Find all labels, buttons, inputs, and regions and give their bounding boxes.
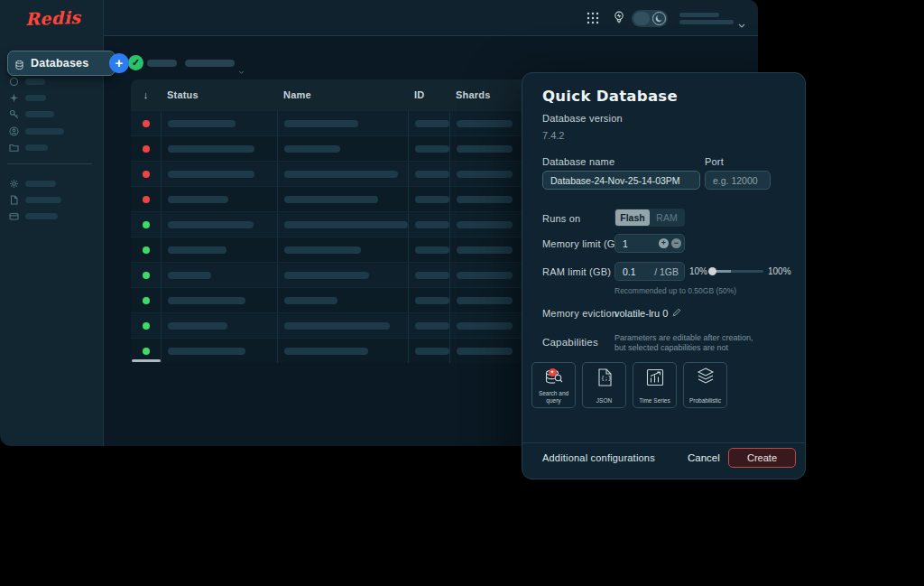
capability-card-time-series[interactable]: Time Series — [633, 362, 677, 408]
status-dot-cell — [131, 313, 161, 338]
name-cell — [277, 111, 408, 135]
sidebar-item[interactable] — [9, 194, 61, 205]
edit-pencil-icon[interactable] — [672, 308, 681, 319]
id-skeleton — [415, 322, 449, 330]
shards-cell — [449, 111, 522, 135]
id-skeleton — [415, 196, 449, 203]
id-cell — [408, 136, 449, 161]
name-cell — [277, 263, 408, 287]
add-database-button[interactable]: + — [109, 53, 129, 73]
runs-on-option-ram[interactable]: RAM — [650, 209, 684, 226]
increment-button[interactable]: + — [659, 238, 669, 248]
shards-cell — [449, 136, 522, 161]
ram-limit-input-group: 0.1 / 1GB — [614, 262, 685, 281]
name-cell — [277, 136, 408, 161]
name-skeleton — [284, 272, 369, 279]
id-skeleton — [415, 221, 449, 228]
name-skeleton — [284, 120, 358, 127]
cancel-button[interactable]: Cancel — [688, 452, 720, 463]
database-version-label: Database version — [542, 113, 623, 124]
memory-eviction-label: Memory eviction — [542, 308, 617, 319]
runs-on-label: Runs on — [542, 213, 580, 224]
capability-card-search-and-query[interactable]: ✦ Search and query — [531, 362, 576, 408]
sidebar-item-skeleton — [25, 181, 56, 187]
create-button[interactable]: Create — [728, 448, 796, 468]
name-skeleton — [284, 297, 337, 304]
memory-limit-label: Memory limit (GB) — [542, 238, 625, 249]
horizontal-scrollbar-thumb[interactable] — [132, 359, 161, 362]
column-header-shards[interactable]: Shards — [449, 89, 522, 100]
column-header-name[interactable]: Name — [277, 89, 408, 100]
sort-column-header[interactable]: ↓ — [131, 89, 161, 100]
ram-limit-value[interactable]: 0.1 — [615, 266, 654, 277]
id-cell — [408, 237, 449, 262]
sidebar-item[interactable] — [9, 210, 58, 221]
sidebar-item[interactable] — [9, 126, 64, 136]
decrement-button[interactable]: − — [671, 238, 681, 248]
sort-down-arrow-icon: ↓ — [143, 89, 149, 100]
status-dot — [143, 322, 150, 330]
shards-skeleton — [457, 322, 513, 330]
ram-limit-slider-knob[interactable] — [708, 267, 716, 275]
status-cell — [161, 162, 277, 186]
toolbar-chevron-down-icon[interactable] — [238, 61, 245, 78]
probabilistic-icon — [696, 367, 716, 386]
screen: Redis — [0, 0, 924, 586]
sidebar-item[interactable] — [9, 92, 46, 103]
capability-card-json[interactable]: {;} JSON — [582, 362, 626, 408]
id-cell — [408, 288, 449, 312]
shards-skeleton — [457, 120, 513, 127]
shards-skeleton — [457, 348, 513, 355]
sparkle-icon — [9, 93, 19, 103]
port-input[interactable] — [705, 171, 771, 190]
shards-cell — [449, 313, 522, 338]
shards-cell — [449, 187, 522, 211]
id-cell — [408, 313, 449, 338]
shards-cell — [449, 339, 522, 363]
status-dot — [143, 297, 150, 304]
sidebar-item[interactable] — [9, 76, 45, 87]
lightbulb-icon[interactable] — [612, 10, 626, 25]
status-cell — [161, 263, 277, 287]
apps-grid-icon[interactable] — [587, 12, 599, 24]
status-dot-cell — [131, 212, 161, 237]
capabilities-note-line1: Parameters are editable after creation, — [614, 333, 753, 343]
status-skeleton — [168, 322, 227, 330]
status-dot — [143, 196, 150, 203]
card-icon — [9, 211, 19, 221]
capabilities-note: Parameters are editable after creation, … — [614, 333, 753, 353]
status-dot-cell — [131, 136, 161, 161]
status-cell — [161, 339, 277, 363]
memory-eviction-value: volatile-lru 0 — [614, 308, 668, 319]
user-icon — [9, 126, 19, 136]
sidebar-item[interactable] — [9, 109, 54, 120]
shards-cell — [449, 263, 522, 287]
id-skeleton — [415, 297, 449, 304]
user-menu-chevron-down-icon[interactable] — [738, 15, 745, 32]
runs-on-option-flash[interactable]: Flash — [615, 209, 650, 226]
runs-on-segmented-control: Flash RAM — [614, 209, 685, 227]
name-skeleton — [284, 145, 340, 153]
column-header-status[interactable]: Status — [161, 89, 277, 100]
memory-limit-value[interactable]: 1 — [615, 238, 659, 249]
database-icon — [14, 59, 24, 69]
sidebar-item[interactable] — [9, 178, 56, 189]
id-skeleton — [415, 272, 449, 279]
ram-limit-slider[interactable] — [711, 270, 763, 273]
id-cell — [408, 263, 449, 287]
theme-toggle[interactable] — [632, 10, 668, 27]
column-header-id[interactable]: ID — [408, 89, 449, 100]
folder-icon — [9, 143, 19, 153]
sidebar-item-skeleton — [25, 144, 48, 151]
status-skeleton — [168, 348, 245, 355]
additional-configurations-link[interactable]: Additional configurations — [542, 452, 655, 463]
sidebar-item-databases[interactable]: Databases — [7, 51, 116, 76]
status-dot — [143, 246, 150, 254]
user-name-skeleton — [679, 13, 719, 17]
quick-database-modal: Quick Database Database version 7.4.2 Da… — [522, 72, 806, 479]
database-name-input[interactable] — [542, 171, 700, 190]
sidebar-item[interactable] — [9, 143, 48, 153]
capability-card-probabilistic[interactable]: Probabilistic — [683, 362, 727, 408]
search-query-icon: ✦ — [544, 367, 564, 387]
name-cell — [277, 187, 408, 211]
